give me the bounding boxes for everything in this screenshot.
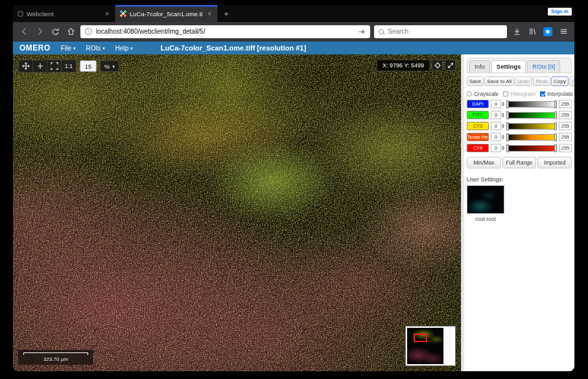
redo-button[interactable]: Redo <box>533 76 550 86</box>
navigator-overview[interactable] <box>405 326 456 366</box>
channel-start-input[interactable] <box>491 111 501 119</box>
radio-icon <box>467 91 472 97</box>
menu-help[interactable]: Help ▾ <box>115 45 133 52</box>
zoom-level-input[interactable]: 15 <box>80 60 97 72</box>
search-icon <box>379 29 384 34</box>
histogram-toggle[interactable]: Histogram <box>503 91 535 97</box>
tab-info[interactable]: Info <box>469 60 490 73</box>
min-max-button[interactable]: Min/Max <box>467 157 501 168</box>
new-tab-button[interactable]: + <box>218 5 235 22</box>
slider-handle[interactable] <box>554 100 557 108</box>
channel-range-slider[interactable] <box>506 123 557 130</box>
channel-start-spinner <box>491 100 504 108</box>
zoom-unit-dropdown[interactable]: % ▾ <box>100 60 119 72</box>
channel-toggle-cy3[interactable]: CY3 <box>467 122 489 130</box>
paste-button[interactable]: Paste <box>569 76 574 86</box>
signin-badge[interactable]: Sign in <box>548 8 572 16</box>
back-button[interactable] <box>18 26 30 38</box>
scale-bar-line <box>23 352 88 355</box>
channel-range-slider[interactable] <box>506 134 557 141</box>
navigator-viewport-rect[interactable] <box>414 334 427 342</box>
crosshair-button[interactable] <box>432 60 443 71</box>
slider-handle[interactable] <box>506 122 509 130</box>
refresh-button[interactable] <box>49 26 61 38</box>
fit-to-window-button[interactable] <box>47 60 62 72</box>
omero-logo[interactable]: OMERO <box>19 43 51 52</box>
slider-handle[interactable] <box>554 144 557 152</box>
library-button[interactable] <box>526 26 538 38</box>
channel-end-input[interactable] <box>559 100 572 108</box>
imported-button[interactable]: Imported <box>537 157 572 168</box>
menu-file[interactable]: File ▾ <box>61 45 76 52</box>
spinner-arrows-icon[interactable] <box>502 102 504 106</box>
menu-rois[interactable]: ROIs ▾ <box>86 45 104 52</box>
channel-toggle-fitc[interactable]: FITC <box>467 111 489 119</box>
one-to-one-button[interactable]: 1:1 <box>62 60 76 72</box>
navigator-thumbnail[interactable] <box>407 328 443 364</box>
slider-handle[interactable] <box>506 144 509 152</box>
channel-start-input[interactable] <box>491 144 501 152</box>
channel-range-slider[interactable] <box>506 112 557 119</box>
undo-button[interactable]: Undo <box>515 76 532 86</box>
channel-end-input[interactable] <box>559 122 572 130</box>
menu-button[interactable] <box>558 26 569 38</box>
spinner-arrows-icon[interactable] <box>502 146 504 150</box>
spinner-arrows-icon[interactable] <box>502 135 504 139</box>
save-to-all-button[interactable]: Save to All <box>484 76 514 86</box>
go-arrow-icon[interactable] <box>358 28 366 36</box>
channel-end-input[interactable] <box>559 111 572 119</box>
pan-icon <box>22 62 30 70</box>
chevron-down-icon: ▾ <box>73 46 76 51</box>
grayscale-toggle[interactable]: Grayscale <box>467 91 499 97</box>
slider-handle[interactable] <box>554 122 557 130</box>
channel-toggle-cy5[interactable]: CY5 <box>467 144 489 152</box>
save-button[interactable]: Save <box>467 76 484 86</box>
channel-toggle-texas-red[interactable]: Texas Red <box>467 133 489 141</box>
interpolate-label: Interpolate <box>547 91 573 97</box>
channel-start-spinner <box>491 133 504 141</box>
zoom-in-button[interactable] <box>33 60 47 72</box>
channel-range-slider[interactable] <box>506 101 557 108</box>
tab-webclient[interactable]: Webclient × <box>13 5 115 22</box>
fullscreen-button[interactable] <box>445 60 456 71</box>
channel-row: FITC <box>467 111 572 119</box>
full-range-button[interactable]: Full Range <box>502 157 537 168</box>
image-viewer[interactable]: 1:1 15 % ▾ X: 9796 Y: 5499 <box>13 54 461 371</box>
search-bar[interactable] <box>374 25 507 38</box>
spinner-arrows-icon[interactable] <box>502 113 504 117</box>
slider-handle[interactable] <box>506 133 509 141</box>
user-settings-thumbnail[interactable] <box>467 185 504 214</box>
close-tab-icon[interactable]: × <box>104 10 110 17</box>
downloads-button[interactable] <box>511 26 523 38</box>
omero-favicon-icon <box>120 10 126 17</box>
pan-button[interactable] <box>19 60 33 72</box>
url-input[interactable] <box>96 28 354 35</box>
channel-toggle-dapi[interactable]: DAPI <box>467 100 489 108</box>
close-tab-icon[interactable]: × <box>206 10 213 17</box>
spinner-arrows-icon[interactable] <box>502 124 504 128</box>
site-info-icon[interactable] <box>85 28 92 35</box>
slider-handle[interactable] <box>554 111 557 119</box>
channel-end-input[interactable] <box>559 133 572 141</box>
channel-start-input[interactable] <box>491 133 501 141</box>
tab-settings[interactable]: Settings <box>491 60 526 73</box>
chevron-down-icon: ▾ <box>112 64 115 69</box>
url-bar[interactable] <box>80 25 370 38</box>
account-button[interactable] <box>542 26 554 38</box>
channel-end-input[interactable] <box>559 144 572 152</box>
channel-start-input[interactable] <box>491 100 501 108</box>
interpolate-toggle[interactable]: Interpolate <box>540 91 573 97</box>
library-icon <box>528 27 537 36</box>
slider-handle[interactable] <box>506 111 509 119</box>
home-button[interactable] <box>65 26 76 38</box>
download-icon <box>513 27 521 36</box>
tab-image-viewer[interactable]: LuCa-7color_Scan1.ome.tiff [re × <box>115 5 218 22</box>
channel-start-input[interactable] <box>491 122 501 130</box>
channel-range-slider[interactable] <box>506 145 557 152</box>
slider-handle[interactable] <box>554 133 557 141</box>
tab-rois[interactable]: ROIs [0] <box>527 60 560 73</box>
forward-button[interactable] <box>34 26 45 38</box>
slider-handle[interactable] <box>506 100 509 108</box>
copy-button[interactable]: Copy <box>551 76 569 86</box>
search-input[interactable] <box>388 28 502 35</box>
